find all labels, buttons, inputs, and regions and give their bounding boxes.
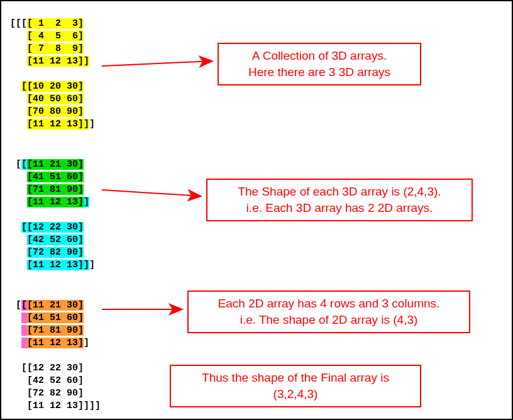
array-block-2: [[[11 21 30] [41 51 60] [71 81 90] [11 1… bbox=[10, 146, 95, 272]
callout-line: i.e. Each 3D array has 2 2D arrays. bbox=[246, 201, 433, 214]
callout-final-shape: Thus the shape of the Final array is (3,… bbox=[170, 365, 421, 407]
callout-2d-shape: Each 2D array has 4 rows and 3 columns. … bbox=[187, 290, 470, 333]
callout-line: A Collection of 3D arrays. bbox=[252, 49, 387, 62]
callout-collection: A Collection of 3D arrays. Here there ar… bbox=[218, 43, 421, 86]
arrow-2 bbox=[102, 190, 201, 196]
callout-line: i.e. The shape of 2D array is (4,3) bbox=[240, 313, 418, 326]
callout-3d-shape: The Shape of each 3D array is (2,4,3). i… bbox=[206, 179, 473, 221]
callout-line: The Shape of each 3D array is (2,4,3). bbox=[238, 185, 441, 198]
callout-line: (3,2,4,3) bbox=[273, 387, 318, 401]
array-block-1: [[[[ 1 2 3] [ 4 5 6] [ 7 8 9] [11 12 13]… bbox=[10, 5, 95, 131]
callout-line: Thus the shape of the Final array is bbox=[202, 371, 389, 384]
callout-line: Each 2D array has 4 rows and 3 columns. bbox=[218, 297, 440, 310]
callout-line: Here there are 3 3D arrays bbox=[248, 65, 390, 79]
arrow-1 bbox=[102, 61, 212, 66]
diagram-frame: [[[[ 1 2 3] [ 4 5 6] [ 7 8 9] [11 12 13]… bbox=[0, 0, 513, 420]
array-block-3: [[[11 21 30] [41 51 60] [71 81 90] [11 1… bbox=[10, 287, 101, 412]
